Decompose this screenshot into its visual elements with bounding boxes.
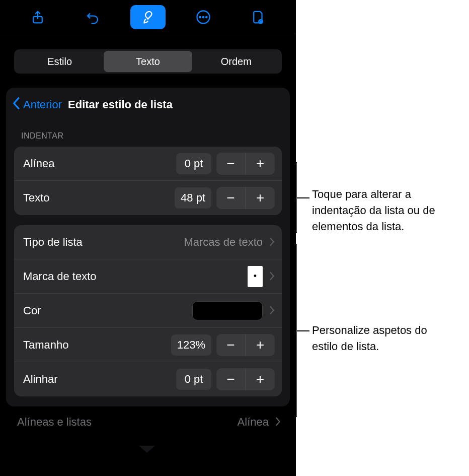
align-value[interactable]: 0 pt <box>176 369 211 390</box>
brush-icon <box>140 10 155 25</box>
list-style-group: Tipo de lista Marcas de texto Marca de t… <box>14 225 282 396</box>
align-increase[interactable]: + <box>246 368 275 390</box>
callout-indent: Toque para alterar a indentação da lista… <box>312 186 463 235</box>
size-decrease[interactable]: − <box>216 334 246 356</box>
bottom-value: Alínea <box>238 416 269 429</box>
more-icon <box>196 10 211 25</box>
list-type-label: Tipo de lista <box>23 236 184 249</box>
text-indent-decrease[interactable]: − <box>216 187 246 209</box>
tab-text[interactable]: Texto <box>104 51 192 72</box>
size-increase[interactable]: + <box>246 334 275 356</box>
card-header: Anterior Editar estilo de lista <box>6 95 290 122</box>
more-button[interactable] <box>186 5 221 29</box>
callout-line-2 <box>297 330 309 331</box>
bracket-1 <box>291 162 297 233</box>
document-eye-icon <box>251 10 266 25</box>
indent-section-label: INDENTAR <box>6 122 290 145</box>
size-stepper: − + <box>216 334 275 356</box>
back-button[interactable]: Anterior <box>23 98 62 111</box>
share-icon <box>30 10 45 25</box>
color-label: Cor <box>23 304 192 317</box>
align-stepper: − + <box>216 368 275 390</box>
callout-style: Personalize aspetos do estilo de lista. <box>312 322 453 355</box>
bullet-indent-increase[interactable]: + <box>246 153 275 175</box>
chevron-right-icon <box>272 415 281 429</box>
top-toolbar <box>0 0 296 34</box>
size-label: Tamanho <box>23 338 171 352</box>
segmented-wrap: Estilo Texto Ordem <box>0 34 296 83</box>
svg-point-6 <box>260 21 262 22</box>
row-text-bullet[interactable]: Marca de texto • <box>14 259 282 294</box>
bracket-2 <box>291 244 297 417</box>
svg-point-4 <box>206 16 207 18</box>
row-size: Tamanho 123% − + <box>14 328 282 362</box>
presenter-button[interactable] <box>241 5 276 29</box>
chevron-right-icon <box>266 235 275 249</box>
indent-group: Alínea 0 pt − + Texto 48 pt − + <box>14 147 282 215</box>
segmented-control: Estilo Texto Ordem <box>14 49 282 74</box>
edit-list-style-card: Anterior Editar estilo de lista INDENTAR… <box>6 88 290 406</box>
bullet-indent-stepper: − + <box>216 153 275 175</box>
callout-line-1 <box>297 197 309 198</box>
tab-arrange[interactable]: Ordem <box>192 51 280 72</box>
row-bullet-indent: Alínea 0 pt − + <box>14 147 282 181</box>
row-list-type[interactable]: Tipo de lista Marcas de texto <box>14 225 282 259</box>
size-value[interactable]: 123% <box>171 334 211 356</box>
svg-point-2 <box>199 16 201 18</box>
bullet-preview: • <box>248 266 263 287</box>
text-indent-increase[interactable]: + <box>246 187 275 209</box>
chevron-right-icon <box>266 269 275 284</box>
align-decrease[interactable]: − <box>216 368 246 390</box>
text-indent-label: Texto <box>23 191 175 205</box>
bullet-indent-label: Alínea <box>23 157 176 170</box>
bullet-indent-value[interactable]: 0 pt <box>176 153 211 174</box>
color-swatch <box>192 301 263 320</box>
undo-icon <box>85 10 100 25</box>
back-chevron-icon[interactable] <box>12 97 22 112</box>
text-bullet-label: Marca de texto <box>23 270 248 283</box>
list-type-value: Marcas de texto <box>184 236 263 249</box>
row-align: Alinhar 0 pt − + <box>14 362 282 396</box>
format-panel: Estilo Texto Ordem Anterior Editar estil… <box>0 0 296 476</box>
format-brush-button[interactable] <box>130 5 166 29</box>
bullet-indent-decrease[interactable]: − <box>216 153 246 175</box>
chevron-right-icon <box>266 304 275 318</box>
popover-arrow <box>139 446 155 453</box>
svg-point-3 <box>202 16 204 18</box>
row-color[interactable]: Cor <box>14 294 282 328</box>
align-label: Alinhar <box>23 373 176 386</box>
tab-style[interactable]: Estilo <box>16 51 104 72</box>
share-button[interactable] <box>20 5 55 29</box>
bottom-row-bullets-lists[interactable]: Alíneas e listas Alínea <box>0 406 296 438</box>
row-text-indent: Texto 48 pt − + <box>14 181 282 215</box>
undo-button[interactable] <box>75 5 110 29</box>
text-indent-value[interactable]: 48 pt <box>175 187 211 209</box>
text-indent-stepper: − + <box>216 187 275 209</box>
bottom-label: Alíneas e listas <box>17 416 92 429</box>
card-title: Editar estilo de lista <box>68 98 173 111</box>
